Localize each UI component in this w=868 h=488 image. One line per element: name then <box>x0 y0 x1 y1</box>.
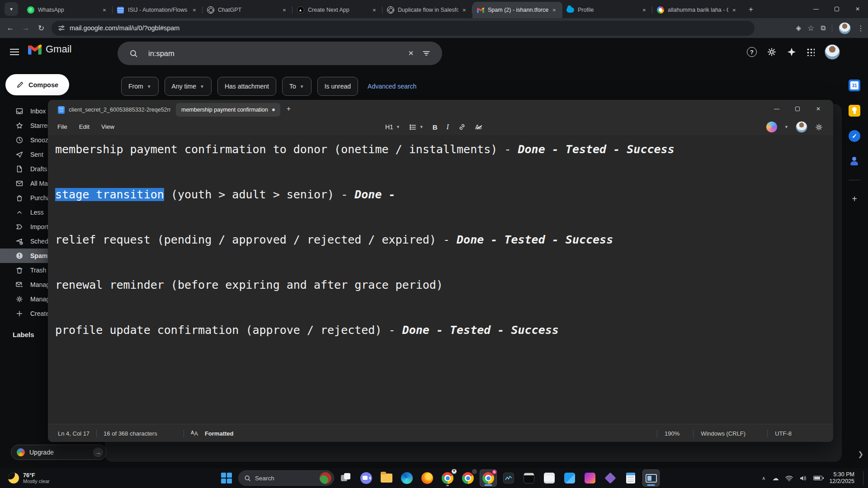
restore-icon[interactable] <box>826 0 847 18</box>
heading-style-button[interactable]: H1 ▼ <box>385 123 400 131</box>
back-icon[interactable]: ← <box>3 20 18 36</box>
keep-icon[interactable] <box>848 104 861 117</box>
chip-has-attachment[interactable]: Has attachment <box>217 77 276 96</box>
browser-tab-profile[interactable]: Profile ✕ <box>562 2 652 18</box>
chip-from[interactable]: From▼ <box>121 77 159 96</box>
search-filter-icon[interactable] <box>419 46 434 61</box>
chip-is-unread[interactable]: Is unread <box>317 77 358 96</box>
active-window-app[interactable] <box>642 469 660 487</box>
reload-icon[interactable]: ↻ <box>33 20 49 36</box>
notepad-close-icon[interactable]: ✕ <box>808 100 829 118</box>
browser-tab-spam-active[interactable]: Spam (2) - ishann.tforce@ ✕ <box>472 2 562 18</box>
notepad-account-avatar[interactable] <box>796 121 807 133</box>
upgrade-button[interactable]: Upgrade → <box>11 445 107 460</box>
gmail-search-bar[interactable]: ✕ <box>118 42 442 65</box>
extensions-icon[interactable]: ⧉ <box>821 24 826 32</box>
browser-tab-duplicate-flow[interactable]: Duplicate flow in Salesfor ✕ <box>382 2 472 18</box>
notepad-tab-client-secret[interactable]: client_secret_2_60053885332-2reqe52rribc <box>52 103 176 117</box>
vscode-app[interactable] <box>561 469 578 487</box>
tasks-icon[interactable]: ✓ <box>848 129 861 143</box>
gmail-logo[interactable]: Gmail <box>28 43 71 55</box>
close-icon[interactable]: ✕ <box>460 6 468 14</box>
notepad-new-tab-icon[interactable]: + <box>287 105 291 113</box>
close-icon[interactable]: ✕ <box>730 6 738 14</box>
pycharm-app[interactable] <box>581 469 599 487</box>
hamburger-menu-icon[interactable] <box>10 49 19 55</box>
notepad-settings-icon[interactable] <box>815 123 823 131</box>
start-button[interactable] <box>218 469 235 487</box>
close-icon[interactable]: ✕ <box>550 6 558 14</box>
add-addon-icon[interactable]: + <box>848 192 861 206</box>
onedrive-cloud-icon[interactable]: ☁ <box>772 474 778 482</box>
chrome-profile-2-app[interactable] <box>459 469 476 487</box>
edge-app[interactable] <box>398 469 415 487</box>
address-bar[interactable]: mail.google.com/mail/u/0/?ogbl#spam <box>52 21 755 36</box>
menu-view[interactable]: View <box>95 121 120 133</box>
taskbar-search[interactable]: Search <box>238 470 334 486</box>
menu-kebab-icon[interactable]: ⋮ <box>857 24 864 33</box>
close-icon[interactable]: ✕ <box>640 6 648 14</box>
clear-search-icon[interactable]: ✕ <box>403 46 419 61</box>
browser-tab-whatsapp[interactable]: ✆ WhatsApp ✕ <box>23 2 113 18</box>
chip-any-time[interactable]: Any time▼ <box>165 77 212 96</box>
advanced-search-link[interactable]: Advanced search <box>368 83 416 90</box>
italic-button[interactable]: I <box>447 123 449 131</box>
file-explorer-app[interactable] <box>378 469 395 487</box>
wifi-icon[interactable] <box>785 475 793 481</box>
help-icon[interactable]: ? <box>747 47 757 57</box>
close-window-icon[interactable]: ✕ <box>847 0 868 18</box>
chrome-profile-1-app[interactable] <box>439 469 456 487</box>
browser-profile-avatar[interactable] <box>839 22 851 34</box>
account-avatar[interactable] <box>825 44 840 60</box>
contacts-icon[interactable] <box>848 155 861 168</box>
notepad-maximize-icon[interactable] <box>787 100 808 118</box>
notepad-app[interactable] <box>622 469 639 487</box>
close-icon[interactable]: ✕ <box>190 6 198 14</box>
chip-to[interactable]: To▼ <box>282 77 311 96</box>
volume-icon[interactable] <box>800 475 807 481</box>
tab-search-icon[interactable]: ▾ <box>5 2 18 16</box>
notepad-minimize-icon[interactable]: — <box>766 100 787 118</box>
terminal-app[interactable] <box>520 469 538 487</box>
link-button[interactable] <box>458 123 466 131</box>
bookmark-star-icon[interactable]: ☆ <box>807 23 814 33</box>
weather-widget[interactable]: 76°F Mostly clear <box>5 468 53 488</box>
new-tab-icon[interactable]: + <box>744 3 758 16</box>
show-desktop-button[interactable] <box>863 471 864 485</box>
gemini-sparkle-icon[interactable] <box>787 47 797 57</box>
task-view-button[interactable] <box>337 469 354 487</box>
bold-button[interactable]: B <box>433 123 438 131</box>
light-document-app[interactable] <box>541 469 558 487</box>
browser-tab-isij[interactable]: ISIJ - Automation/Flows S ✕ <box>113 2 203 18</box>
list-button[interactable]: ▼ <box>409 123 424 131</box>
apps-grid-icon[interactable] <box>807 48 815 56</box>
firefox-app[interactable] <box>419 469 436 487</box>
taskbar-clock[interactable]: 5:30 PM 12/2/2025 <box>829 471 854 485</box>
settings-gear-icon[interactable] <box>767 47 777 57</box>
notepad-tab-membership[interactable]: membership payment confirmation <box>176 103 280 117</box>
site-settings-icon[interactable] <box>58 24 65 32</box>
minimize-icon[interactable]: — <box>806 0 826 18</box>
close-icon[interactable]: ✕ <box>100 6 108 14</box>
forward-icon[interactable]: → <box>18 20 33 36</box>
calendar-icon[interactable]: 31 <box>848 79 861 92</box>
menu-edit[interactable]: Edit <box>73 121 95 133</box>
chevron-down-icon[interactable]: ▼ <box>784 125 788 129</box>
chrome-profile-3-app[interactable]: S <box>480 469 497 487</box>
visual-studio-app[interactable] <box>602 469 619 487</box>
omnibox-action-icon[interactable]: ◈ <box>796 24 801 32</box>
search-icon[interactable] <box>126 46 141 61</box>
search-input[interactable] <box>147 49 403 58</box>
close-icon[interactable]: ✕ <box>280 6 288 14</box>
browser-tab-next-app[interactable]: ▲ Create Next App ✕ <box>292 2 382 18</box>
side-panel-expand-icon[interactable]: ❯ <box>858 450 863 458</box>
tray-expand-icon[interactable]: ∧ <box>762 475 765 481</box>
compose-button[interactable]: Compose <box>5 74 69 95</box>
notepad-editor[interactable]: membership payment confirmation to donor… <box>48 136 833 424</box>
browser-tab-google-search[interactable]: allahumma barik laha - G ✕ <box>652 2 742 18</box>
menu-file[interactable]: File <box>52 121 73 133</box>
task-manager-app[interactable] <box>500 469 517 487</box>
chat-app[interactable] <box>358 469 375 487</box>
browser-tab-chatgpt[interactable]: ChatGPT ✕ <box>203 2 292 18</box>
url-text[interactable]: mail.google.com/mail/u/0/?ogbl#spam <box>70 24 179 32</box>
